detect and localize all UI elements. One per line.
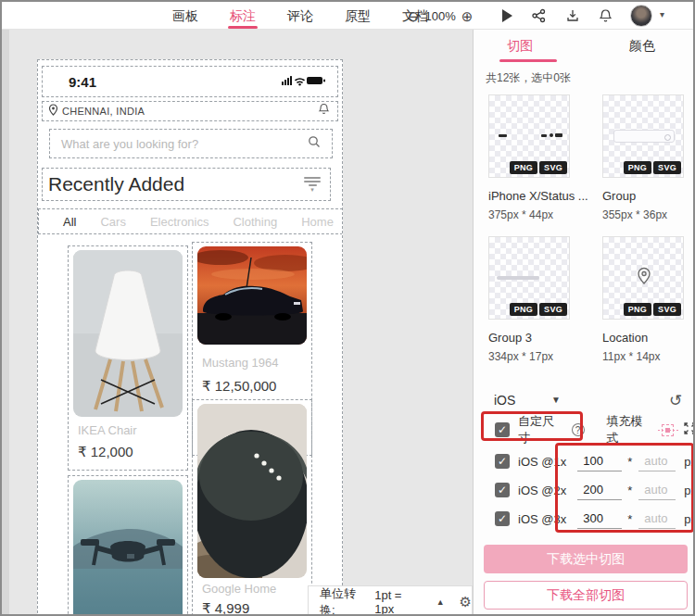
product-card-drone[interactable]: [68, 475, 188, 616]
section-title: Recently Added: [48, 173, 184, 195]
panel-tabs: 切图 颜色: [474, 30, 695, 63]
png-badge[interactable]: PNG: [624, 303, 651, 316]
tab-comments[interactable]: 评论: [285, 2, 315, 30]
status-bar-slice[interactable]: 9:41: [42, 66, 338, 97]
width-input-3x[interactable]: [577, 509, 622, 529]
unit-conversion-label: 单位转换:: [320, 585, 370, 616]
scale-1x-label: iOS @1x: [518, 455, 569, 469]
slice-thumb-searchbar[interactable]: PNG SVG: [602, 94, 684, 178]
zoom-level: 100%: [425, 9, 456, 23]
category-tab-cars[interactable]: Cars: [100, 215, 125, 229]
category-tab-all[interactable]: All: [63, 215, 76, 229]
phone-bell-icon[interactable]: [318, 103, 330, 119]
product-price: ₹ 12,50,000: [202, 378, 276, 395]
user-avatar[interactable]: [630, 5, 652, 27]
canvas-left-gutter: [2, 30, 9, 616]
platform-caret-icon[interactable]: [551, 395, 561, 405]
active-tab-underline: [499, 59, 557, 62]
png-badge[interactable]: PNG: [510, 303, 537, 316]
slice-thumb-location[interactable]: PNG SVG: [602, 236, 684, 320]
slice-name: Location: [602, 331, 695, 345]
phone-artboard[interactable]: 9:41 CHENNAI, INDIA What are you looking…: [37, 59, 343, 616]
height-input-3x[interactable]: [638, 509, 676, 529]
svg-badge[interactable]: SVG: [539, 161, 567, 174]
top-toolbar: 画板 标注 评论 原型 文档 ⊖ 100% ⊕: [2, 2, 693, 30]
category-tab-electronics[interactable]: Electronics: [150, 215, 209, 229]
slice-name: iPhone X/Status ...: [488, 189, 590, 203]
tab-canvas[interactable]: 画板: [171, 2, 200, 30]
fill-mode-icon[interactable]: [662, 424, 674, 436]
unit-conversion-bar: 单位转换: 1pt = 1px: [308, 585, 473, 616]
main-nav: 画板 标注 评论 原型 文档: [171, 2, 430, 30]
slice-size: 375px * 44px: [488, 208, 553, 221]
slice-size: 355px * 36px: [602, 208, 667, 221]
speaker-image: [197, 404, 307, 578]
tab-slices[interactable]: 切图: [507, 38, 533, 55]
slice-size: 11px * 14px: [602, 350, 661, 363]
format-badges: PNG SVG: [624, 161, 681, 174]
search-icon: [308, 135, 321, 152]
share-icon[interactable]: [531, 8, 547, 23]
location-text: CHENNAI, INDIA: [62, 106, 145, 117]
tab-annotation[interactable]: 标注: [228, 2, 258, 30]
zoom-controls: ⊖ 100% ⊕: [408, 2, 473, 30]
search-bar-slice[interactable]: What are you looking for?: [49, 129, 333, 158]
product-name: Mustang 1964: [202, 356, 278, 370]
zoom-in-icon[interactable]: ⊕: [461, 9, 474, 23]
size-separator: *: [627, 512, 632, 526]
svg-badge[interactable]: SVG: [653, 303, 681, 316]
format-badges: PNG SVG: [624, 303, 681, 316]
download-all-button[interactable]: 下载全部切图: [484, 581, 688, 610]
custom-size-checkbox[interactable]: [495, 422, 510, 437]
play-icon[interactable]: [502, 9, 512, 22]
height-input-2x[interactable]: [638, 481, 676, 500]
px-unit-label: px: [684, 484, 695, 497]
product-card-google-home[interactable]: Google Home ₹ 4,999: [192, 399, 312, 616]
notification-bell-icon[interactable]: [599, 8, 613, 23]
reset-icon[interactable]: [669, 391, 682, 410]
recently-added-slice[interactable]: Recently Added: [42, 168, 331, 201]
category-tab-clothing[interactable]: Clothing: [233, 215, 277, 229]
png-badge[interactable]: PNG: [624, 161, 651, 174]
settings-gear-icon[interactable]: [460, 594, 472, 610]
tab-prototype[interactable]: 原型: [343, 2, 373, 30]
height-input-1x[interactable]: [638, 452, 676, 471]
tab-colors[interactable]: 颜色: [629, 38, 655, 55]
scale-3x-checkbox[interactable]: [495, 511, 510, 526]
app-window: 画板 标注 评论 原型 文档 ⊖ 100% ⊕: [0, 0, 695, 616]
location-row-slice[interactable]: CHENNAI, INDIA: [42, 101, 338, 121]
zoom-out-icon[interactable]: ⊖: [408, 9, 420, 23]
category-tab-home[interactable]: Home: [301, 215, 334, 229]
car-image: [197, 246, 307, 345]
slices-summary: 共12张，选中0张: [486, 70, 571, 86]
svg-badge[interactable]: SVG: [539, 303, 567, 316]
product-name: IKEA Chair: [78, 423, 137, 437]
drone-image: [73, 480, 183, 616]
scale-2x-checkbox[interactable]: [495, 483, 510, 497]
png-badge[interactable]: PNG: [510, 161, 537, 174]
expand-icon[interactable]: [683, 421, 695, 439]
svg-badge[interactable]: SVG: [653, 161, 681, 174]
export-panel: 切图 颜色 共12张，选中0张 PNG SVG PNG SVG: [473, 30, 695, 616]
category-tabs-slice[interactable]: All Cars Electronics Clothing Home Ap: [38, 208, 343, 234]
design-canvas[interactable]: 9:41 CHENNAI, INDIA What are you looking…: [2, 30, 473, 616]
download-selected-button[interactable]: 下载选中切图: [484, 545, 688, 573]
account-menu-caret-icon[interactable]: [660, 9, 664, 19]
unit-caret-icon[interactable]: [436, 597, 445, 607]
toolbar-icons: [502, 2, 613, 30]
platform-select[interactable]: iOS: [494, 393, 515, 408]
filter-icon[interactable]: [304, 177, 321, 192]
status-system-icons: [282, 73, 326, 90]
width-input-1x[interactable]: [577, 452, 622, 471]
product-card-chair[interactable]: IKEA Chair ₹ 12,000: [68, 245, 188, 471]
scale-1x-checkbox[interactable]: [495, 454, 510, 469]
slice-name: Group 3: [488, 331, 590, 345]
help-icon[interactable]: [572, 423, 585, 436]
slice-thumb-group3[interactable]: PNG SVG: [488, 236, 570, 320]
width-input-2x[interactable]: [577, 481, 622, 500]
download-icon[interactable]: [565, 8, 580, 23]
status-time: 9:41: [69, 74, 96, 90]
custom-size-label: 自定尺寸: [518, 413, 566, 446]
slice-thumb-statusbar[interactable]: PNG SVG: [488, 94, 570, 178]
location-pin-icon: [48, 103, 58, 119]
